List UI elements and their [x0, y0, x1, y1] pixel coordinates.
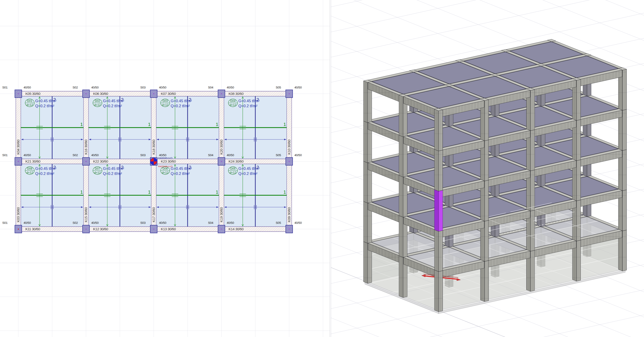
3d-column[interactable] [576, 79, 581, 120]
3d-column[interactable] [399, 135, 403, 177]
column-insert-dot [86, 161, 86, 162]
3d-column[interactable] [399, 175, 403, 217]
axis-label-S03: S03 [140, 221, 146, 225]
beam-label-K11: K11 30/60 [26, 227, 40, 231]
column-insert-dot [221, 229, 222, 230]
column-size-label: 40/50 [227, 153, 234, 157]
beam-label-K20: K20 30/60 [220, 139, 223, 155]
3d-column[interactable] [438, 150, 443, 191]
3d-column[interactable] [576, 120, 581, 161]
3d-column[interactable] [530, 90, 535, 131]
column-insert-dot [18, 93, 19, 94]
3d-column[interactable] [434, 109, 438, 151]
3d-column[interactable] [484, 140, 489, 181]
3d-column[interactable] [399, 256, 403, 298]
beam-label-K08: K08 30/60 [228, 92, 244, 96]
3d-column[interactable] [364, 121, 368, 163]
column-size-label: 40/50 [294, 153, 302, 157]
3d-column[interactable] [434, 230, 438, 272]
beam-label-K10: K10 30/60 [287, 139, 291, 155]
slab-tag-D04[interactable]: D04d=12 [228, 99, 238, 107]
slab-tag-D07[interactable]: D07d=12 [93, 167, 102, 174]
beam-label-K15: K15 30/60 [84, 207, 88, 222]
column-insert-dot [153, 93, 154, 94]
plan-viewport[interactable]: 21D01d=12G=0.45 tf/m²Q=0.2 tf/m²21D02d=1… [0, 0, 330, 337]
3d-column[interactable] [622, 109, 626, 150]
3d-column[interactable] [484, 100, 489, 141]
beam-label-K24: K24 30/60 [228, 159, 244, 163]
3d-column[interactable] [576, 240, 581, 281]
3d-column[interactable] [364, 81, 368, 123]
3d-column[interactable] [364, 161, 368, 203]
column-insert-dot [18, 161, 19, 162]
3d-column[interactable] [438, 231, 443, 272]
3d-column[interactable] [438, 110, 443, 151]
3d-column-selected[interactable] [438, 190, 443, 231]
axis-label-S05: S05 [276, 86, 281, 89]
beam-label-K04: K04 30/60 [16, 139, 20, 155]
slab-tag-D01[interactable]: D01d=12 [25, 99, 34, 107]
beam-label-K16: K16 30/60 [84, 139, 88, 155]
3d-column[interactable] [576, 200, 581, 241]
slab-load-g: G=0.45 tf/m² [238, 166, 260, 171]
slab-id: D06 [163, 167, 168, 170]
slab-thickness: d=12 [162, 171, 168, 174]
3d-column-selected[interactable] [434, 190, 438, 231]
column-insert-dot [153, 229, 154, 230]
slab-id: D08 [27, 167, 32, 170]
column-size-label: 40/50 [227, 221, 234, 225]
beam-label-K07: K07 30/60 [161, 92, 176, 96]
column-size-label: 40/50 [227, 86, 234, 89]
3d-column[interactable] [484, 260, 489, 302]
axis-label-S02: S02 [72, 86, 78, 89]
3d-column[interactable] [399, 216, 403, 258]
section-1-label: 1 [216, 122, 218, 127]
3d-column[interactable] [484, 220, 489, 262]
slab-id: D01 [27, 99, 32, 103]
3d-column[interactable] [622, 150, 626, 191]
3d-column[interactable] [530, 210, 535, 251]
slab-load-q: Q=0.2 tf/m² [35, 104, 54, 108]
3d-column[interactable] [364, 201, 368, 243]
3d-viewport[interactable] [331, 0, 644, 337]
column-insert-dot [86, 229, 86, 230]
section-1-label: 1 [216, 190, 218, 195]
column-insert-dot [221, 161, 222, 162]
axis-label-S03: S03 [140, 153, 146, 157]
3d-column[interactable] [530, 250, 535, 292]
3d-column[interactable] [399, 95, 403, 137]
slab-tag-D05[interactable]: D05d=12 [228, 167, 238, 174]
3d-column[interactable] [622, 190, 626, 231]
3d-column[interactable] [530, 170, 535, 211]
3d-column[interactable] [364, 242, 368, 284]
3d-column[interactable] [484, 180, 489, 221]
3d-column[interactable] [530, 130, 535, 171]
slab-tag-D06[interactable]: D06d=12 [160, 167, 170, 174]
beam-label-K19: K19 30/60 [220, 207, 223, 222]
slab-load-q: Q=0.2 tf/m² [238, 104, 257, 108]
3d-column[interactable] [434, 270, 438, 312]
slab-tag-D08[interactable]: D08d=12 [25, 167, 34, 174]
slab-tag-D03[interactable]: D03d=12 [160, 99, 170, 107]
3d-column[interactable] [622, 230, 626, 271]
beam-label-K21: K21 30/60 [26, 159, 40, 163]
slab-load-q: Q=0.2 tf/m² [103, 171, 122, 176]
slab-tag-D02[interactable]: D02d=12 [93, 99, 102, 107]
slab-load-q: Q=0.2 tf/m² [103, 104, 122, 108]
3d-drawing[interactable] [331, 0, 644, 337]
cad-window: 21D01d=12G=0.45 tf/m²Q=0.2 tf/m²21D02d=1… [0, 0, 644, 337]
3d-column[interactable] [438, 271, 443, 312]
plan-drawing[interactable]: 21D01d=12G=0.45 tf/m²Q=0.2 tf/m²21D02d=1… [0, 0, 330, 337]
axis-label-S02: S02 [72, 153, 78, 157]
axis-label-S01: S01 [2, 86, 8, 89]
3d-column[interactable] [576, 160, 581, 201]
axis-label-S05: S05 [276, 221, 281, 225]
3d-column[interactable] [622, 69, 626, 110]
3d-column[interactable] [434, 149, 438, 191]
3d-model[interactable] [331, 39, 644, 337]
slab-thickness: d=12 [26, 103, 33, 106]
mass-center-label: KM(ZEMİN KAT) [158, 157, 172, 159]
slab-load-g: G=0.45 tf/m² [171, 99, 192, 103]
beam-label-K23: K23 30/60 [161, 159, 176, 163]
slab-id: D05 [230, 167, 236, 170]
